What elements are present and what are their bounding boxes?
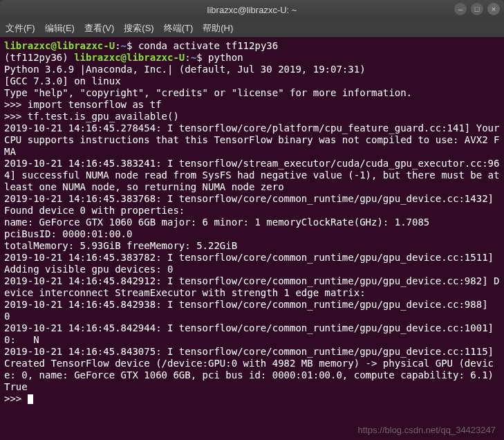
menu-file[interactable]: 文件(F) <box>6 22 35 35</box>
maximize-button[interactable]: □ <box>471 3 483 15</box>
window-controls: – □ × <box>454 3 500 15</box>
log-line-9: 2019-10-21 14:16:45.842938: I tensorflow… <box>4 299 504 322</box>
log-line-10: 2019-10-21 14:16:45.842944: I tensorflow… <box>4 322 499 345</box>
python-prompt-next: >>> <box>4 393 28 404</box>
python-stmt-1: >>> import tensorflow as tf <box>4 99 162 110</box>
prompt-user-host: librazxc@librazxc-U <box>4 40 115 51</box>
python-stmt-2: >>> tf.test.is_gpu_available() <box>4 111 179 122</box>
python-banner-2: [GCC 7.3.0] on linux <box>4 75 121 86</box>
menu-help[interactable]: 帮助(H) <box>203 22 233 35</box>
menu-search[interactable]: 搜索(S) <box>124 22 153 35</box>
python-banner-3: Type "help", "copyright", "credits" or "… <box>4 87 412 98</box>
menubar: 文件(F) 编辑(E) 查看(V) 搜索(S) 终端(T) 帮助(H) <box>0 19 504 37</box>
prompt-dollar: $ <box>127 40 132 51</box>
watermark: https://blog.csdn.net/qq_34423247 <box>358 424 496 436</box>
python-banner-1: Python 3.6.9 |Anaconda, Inc.| (default, … <box>4 64 366 75</box>
cursor <box>28 394 33 404</box>
prompt-path: ~ <box>121 40 127 51</box>
menu-view[interactable]: 查看(V) <box>84 22 114 35</box>
command-1: conda activate tf112py36 <box>138 40 278 51</box>
log-line-2: 2019-10-21 14:16:45.383241: I tensorflow… <box>4 158 504 192</box>
log-line-1: 2019-10-21 14:16:45.278454: I tensorflow… <box>4 122 504 157</box>
log-line-4: name: GeForce GTX 1060 6GB major: 6 mino… <box>4 217 429 228</box>
log-line-3: 2019-10-21 14:16:45.383768: I tensorflow… <box>4 193 499 216</box>
menu-terminal[interactable]: 终端(T) <box>164 22 194 35</box>
titlebar: librazxc@librazxc-U: ~ – □ × <box>0 0 504 19</box>
log-line-11: 2019-10-21 14:16:45.843075: I tensorflow… <box>4 346 499 381</box>
window-title: librazxc@librazxc-U: ~ <box>207 5 297 15</box>
prompt-user-host-2: librazxc@librazxc-U <box>74 52 185 63</box>
menu-edit[interactable]: 编辑(E) <box>45 22 75 35</box>
close-button[interactable]: × <box>487 3 500 15</box>
log-line-6: totalMemory: 5.93GiB freeMemory: 5.22GiB <box>4 240 237 251</box>
log-line-5: pciBusID: 0000:01:00.0 <box>4 228 132 239</box>
prompt-env-prefix: (tf112py36) <box>4 52 74 63</box>
log-line-8: 2019-10-21 14:16:45.842912: I tensorflow… <box>4 275 499 298</box>
terminal-area[interactable]: librazxc@librazxc-U:~$ conda activate tf… <box>0 37 504 440</box>
prompt-sep: : <box>115 40 120 51</box>
minimize-button[interactable]: – <box>454 3 467 15</box>
log-line-7: 2019-10-21 14:16:45.383782: I tensorflow… <box>4 252 499 275</box>
command-2: python <box>208 52 243 63</box>
result-true: True <box>4 381 28 392</box>
